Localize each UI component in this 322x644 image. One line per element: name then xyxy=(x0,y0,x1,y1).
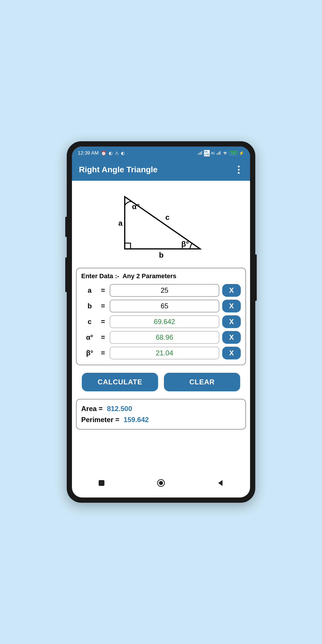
param-input-a[interactable] xyxy=(110,284,219,297)
side-b-label: b xyxy=(159,251,164,259)
beta-label: β° xyxy=(181,240,189,248)
more-notifications-icon: · xyxy=(127,151,128,156)
power-button[interactable] xyxy=(255,254,257,301)
perimeter-value: 159.642 xyxy=(124,416,149,424)
clear-all-button[interactable]: CLEAR xyxy=(164,373,240,391)
clear-a-button[interactable]: X xyxy=(222,284,241,297)
notification-icon: ◐ xyxy=(109,151,113,156)
status-time: 12:39 AM xyxy=(78,150,99,156)
phone-frame: 12:39 AM ⏰ ◐ ⚠ ◐ · VoLTE 4G xyxy=(67,141,255,503)
more-menu-button[interactable] xyxy=(234,164,243,176)
clear-alpha-button[interactable]: X xyxy=(222,331,241,344)
clear-b-button[interactable]: X xyxy=(222,300,241,312)
nav-bar xyxy=(72,470,250,498)
param-label-b: b xyxy=(81,302,98,310)
wifi-icon xyxy=(222,151,228,156)
area-value: 812.500 xyxy=(107,405,132,413)
equals-sign: = xyxy=(101,302,107,310)
alarm-icon: ⏰ xyxy=(101,151,106,156)
status-left: 12:39 AM ⏰ ◐ ⚠ ◐ · xyxy=(78,150,128,156)
param-label-c: c xyxy=(81,318,98,326)
battery-icon: 100 xyxy=(229,151,238,155)
input-row-a: a = X xyxy=(81,284,241,297)
param-label-a: a xyxy=(81,286,98,294)
input-row-c: c = X xyxy=(81,315,241,328)
back-button[interactable] xyxy=(209,477,232,489)
input-panel-header: Enter Data :- Any 2 Parameters xyxy=(81,272,241,280)
signal-icon-2 xyxy=(216,151,221,156)
area-label: Area = xyxy=(81,405,103,413)
perimeter-result: Perimeter = 159.642 xyxy=(81,416,241,424)
param-input-b[interactable] xyxy=(110,300,219,312)
equals-sign: = xyxy=(101,333,107,341)
status-bar: 12:39 AM ⏰ ◐ ⚠ ◐ · VoLTE 4G xyxy=(72,146,250,159)
perimeter-label: Perimeter = xyxy=(81,416,119,424)
equals-sign: = xyxy=(101,286,107,294)
input-row-b: b = X xyxy=(81,300,241,312)
results-panel: Area = 812.500 Perimeter = 159.642 xyxy=(76,399,246,430)
calculate-button[interactable]: CALCULATE xyxy=(82,373,158,391)
volume-down-button[interactable] xyxy=(65,257,67,292)
clear-beta-button[interactable]: X xyxy=(222,347,241,359)
recent-apps-button[interactable] xyxy=(90,477,113,489)
param-input-c[interactable] xyxy=(110,315,219,328)
warning-icon: ⚠ xyxy=(115,151,119,156)
svg-rect-0 xyxy=(99,480,104,486)
volte-icon: VoLTE xyxy=(204,150,210,156)
charging-icon: ⚡ xyxy=(239,151,244,156)
input-row-beta: β° = X xyxy=(81,347,241,359)
svg-point-2 xyxy=(159,481,163,485)
param-input-alpha[interactable] xyxy=(110,331,219,344)
app-content: α° β° a b c Enter Data :- Any 2 Paramete… xyxy=(72,181,250,435)
phone-screen: 12:39 AM ⏰ ◐ ⚠ ◐ · VoLTE 4G xyxy=(72,146,250,498)
param-input-beta[interactable] xyxy=(110,347,219,359)
clear-c-button[interactable]: X xyxy=(222,315,241,328)
equals-sign: = xyxy=(101,318,107,326)
input-panel: Enter Data :- Any 2 Parameters a = X b =… xyxy=(76,268,246,365)
app-title: Right Angle Triangle xyxy=(79,165,158,174)
side-a-label: a xyxy=(118,219,123,227)
volume-up-button[interactable] xyxy=(65,217,67,237)
alpha-label: α° xyxy=(132,202,140,211)
param-label-beta: β° xyxy=(81,349,98,357)
action-button-row: CALCULATE CLEAR xyxy=(76,373,246,391)
home-button[interactable] xyxy=(149,477,173,489)
status-right: VoLTE 4G 100 ⚡ xyxy=(198,150,244,156)
side-c-label: c xyxy=(165,213,169,222)
app-bar: Right Angle Triangle xyxy=(72,159,250,181)
param-label-alpha: α° xyxy=(81,333,98,341)
input-row-alpha: α° = X xyxy=(81,331,241,344)
notification-icon-2: ◐ xyxy=(121,151,125,156)
network-4g-icon: 4G xyxy=(211,152,215,155)
equals-sign: = xyxy=(101,349,107,357)
signal-icon xyxy=(198,151,203,156)
triangle-diagram: α° β° a b c xyxy=(76,187,246,268)
area-result: Area = 812.500 xyxy=(81,405,241,413)
